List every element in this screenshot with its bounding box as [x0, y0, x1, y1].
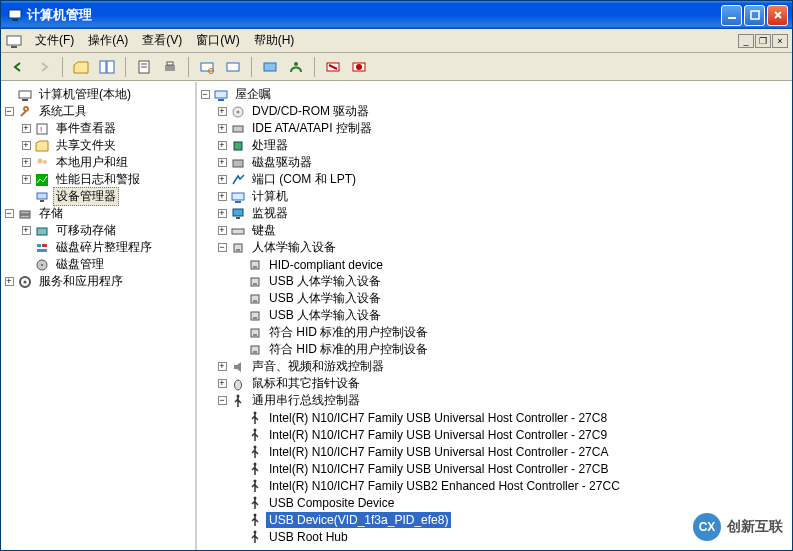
collapse-icon[interactable]: −	[214, 240, 230, 256]
tree-item[interactable]: 磁盘管理	[1, 256, 195, 273]
tree-item[interactable]: + 可移动存储	[1, 222, 195, 239]
tree-item[interactable]: Intel(R) N10/ICH7 Family USB2 Enhanced H…	[197, 477, 792, 494]
expand-icon[interactable]: +	[18, 223, 34, 239]
tree-item[interactable]: + 本地用户和组	[1, 154, 195, 171]
services-icon	[17, 274, 33, 290]
expand-icon[interactable]: +	[214, 172, 230, 188]
mdi-close-button[interactable]: ×	[772, 34, 788, 48]
menu-action[interactable]: 操作(A)	[82, 30, 134, 51]
ide-icon	[230, 121, 246, 137]
expand-icon[interactable]: +	[214, 223, 230, 239]
tree-item[interactable]: Intel(R) N10/ICH7 Family USB Universal H…	[197, 409, 792, 426]
tree-item[interactable]: + 共享文件夹	[1, 137, 195, 154]
svg-rect-50	[233, 209, 243, 216]
tree-item[interactable]: + 监视器	[197, 205, 792, 222]
menu-view[interactable]: 查看(V)	[136, 30, 188, 51]
toolbar-icon-3[interactable]	[322, 56, 344, 78]
collapse-icon[interactable]: −	[1, 104, 17, 120]
tree-item[interactable]: + 计算机	[197, 188, 792, 205]
tree-item[interactable]: 计算机管理(本地)	[1, 86, 195, 103]
scan-button[interactable]	[196, 56, 218, 78]
pc-icon	[230, 189, 246, 205]
menubar: 文件(F) 操作(A) 查看(V) 窗口(W) 帮助(H) _ ❐ ×	[1, 29, 792, 53]
svg-rect-66	[253, 351, 257, 353]
properties-button[interactable]	[133, 56, 155, 78]
expand-icon[interactable]: +	[214, 189, 230, 205]
expand-icon[interactable]: +	[214, 155, 230, 171]
usb-icon	[247, 495, 263, 511]
toolbar-icon-1[interactable]	[259, 56, 281, 78]
expand-icon[interactable]: +	[214, 121, 230, 137]
tree-item[interactable]: + 磁盘驱动器	[197, 154, 792, 171]
expand-icon[interactable]: +	[18, 138, 34, 154]
tree-item[interactable]: Intel(R) N10/ICH7 Family USB Universal H…	[197, 443, 792, 460]
left-tree-pane[interactable]: 计算机管理(本地) − 系统工具 +! 事件查看器 + 共享文件夹 + 本地用户…	[1, 82, 197, 550]
tree-item[interactable]: HID-compliant device	[197, 256, 792, 273]
back-button[interactable]	[7, 56, 29, 78]
defrag-icon	[34, 240, 50, 256]
tree-item[interactable]: − 屋企嘱	[197, 86, 792, 103]
mdi-restore-button[interactable]: ❐	[755, 34, 771, 48]
diskmgmt-icon	[34, 257, 50, 273]
forward-button[interactable]	[33, 56, 55, 78]
maximize-button[interactable]	[744, 5, 765, 26]
tree-item[interactable]: − 存储	[1, 205, 195, 222]
tree-item[interactable]: 设备管理器	[1, 188, 195, 205]
tree-item-label: 通用串行总线控制器	[249, 391, 363, 410]
refresh-button[interactable]	[222, 56, 244, 78]
expand-icon[interactable]: +	[214, 376, 230, 392]
usb-icon	[247, 461, 263, 477]
tree-item[interactable]: 符合 HID 标准的用户控制设备	[197, 341, 792, 358]
tree-item[interactable]: Intel(R) N10/ICH7 Family USB Universal H…	[197, 460, 792, 477]
collapse-icon[interactable]: −	[214, 393, 230, 409]
titlebar[interactable]: 计算机管理	[1, 1, 792, 29]
tree-item[interactable]: + DVD/CD-ROM 驱动器	[197, 103, 792, 120]
up-button[interactable]	[70, 56, 92, 78]
expand-icon[interactable]: +	[214, 138, 230, 154]
tree-item[interactable]: USB Composite Device	[197, 494, 792, 511]
expand-icon[interactable]: +	[214, 206, 230, 222]
expand-icon[interactable]: +	[18, 155, 34, 171]
svg-point-75	[254, 513, 257, 516]
menu-help[interactable]: 帮助(H)	[248, 30, 301, 51]
tree-item[interactable]: − 通用串行总线控制器	[197, 392, 792, 409]
tree-item[interactable]: + 声音、视频和游戏控制器	[197, 358, 792, 375]
tree-item[interactable]: + 鼠标和其它指针设备	[197, 375, 792, 392]
menu-file[interactable]: 文件(F)	[29, 30, 80, 51]
mdi-minimize-button[interactable]: _	[738, 34, 754, 48]
tree-item[interactable]: − 人体学输入设备	[197, 239, 792, 256]
expand-icon[interactable]: +	[214, 104, 230, 120]
collapse-icon[interactable]: −	[197, 87, 213, 103]
tree-item[interactable]: 符合 HID 标准的用户控制设备	[197, 324, 792, 341]
expand-icon[interactable]: +	[18, 172, 34, 188]
collapse-icon[interactable]: −	[1, 206, 17, 222]
tree-item[interactable]: + 端口 (COM 和 LPT)	[197, 171, 792, 188]
tree-item[interactable]: + 性能日志和警报	[1, 171, 195, 188]
tree-item[interactable]: +! 事件查看器	[1, 120, 195, 137]
expand-icon[interactable]: +	[1, 274, 17, 290]
tree-item[interactable]: 磁盘碎片整理程序	[1, 239, 195, 256]
expand-icon[interactable]: +	[18, 121, 34, 137]
toolbar-icon-2[interactable]	[285, 56, 307, 78]
tree-item[interactable]: + 服务和应用程序	[1, 273, 195, 290]
minimize-button[interactable]	[721, 5, 742, 26]
tree-item[interactable]: − 系统工具	[1, 103, 195, 120]
devmgr-icon	[34, 189, 50, 205]
tree-item[interactable]: USB 人体学输入设备	[197, 273, 792, 290]
right-tree-pane[interactable]: − 屋企嘱 + DVD/CD-ROM 驱动器 + IDE ATA/ATAPI 控…	[197, 82, 792, 550]
hid-icon	[230, 240, 246, 256]
tree-item[interactable]: USB 人体学输入设备	[197, 307, 792, 324]
print-button[interactable]	[159, 56, 181, 78]
svg-rect-46	[234, 142, 242, 150]
tree-item[interactable]: + 键盘	[197, 222, 792, 239]
toolbar-icon-4[interactable]	[348, 56, 370, 78]
tree-item[interactable]: USB 人体学输入设备	[197, 290, 792, 307]
tree-item[interactable]: + IDE ATA/ATAPI 控制器	[197, 120, 792, 137]
svg-rect-7	[107, 61, 114, 73]
tree-item[interactable]: Intel(R) N10/ICH7 Family USB Universal H…	[197, 426, 792, 443]
show-hide-button[interactable]	[96, 56, 118, 78]
menu-window[interactable]: 窗口(W)	[190, 30, 245, 51]
expand-icon[interactable]: +	[214, 359, 230, 375]
close-button[interactable]	[767, 5, 788, 26]
tree-item[interactable]: + 处理器	[197, 137, 792, 154]
